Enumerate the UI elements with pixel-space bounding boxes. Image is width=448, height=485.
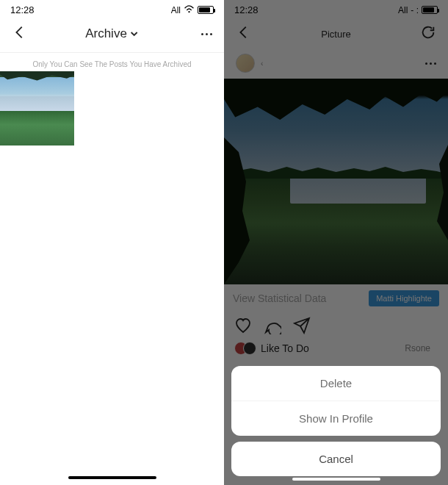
home-indicator[interactable] (292, 478, 380, 481)
action-sheet: Delete Show In Profile Cancel (231, 366, 441, 476)
chevron-down-icon (130, 29, 139, 38)
status-indicators: All (171, 5, 214, 15)
svg-point-0 (188, 11, 189, 12)
cancel-button[interactable]: Cancel (231, 442, 441, 476)
home-indicator[interactable] (68, 476, 156, 479)
wifi-icon (184, 5, 195, 15)
archive-screen: 12:28 All Archive Only You Can See The P… (0, 0, 224, 485)
show-in-profile-button[interactable]: Show In Profile (231, 400, 441, 436)
archived-post-thumbnail[interactable] (0, 71, 74, 146)
archive-title-dropdown[interactable]: Archive (85, 26, 139, 41)
post-detail-screen: 12:28 All - : Picture ‹ (224, 0, 448, 485)
archive-info-text: Only You Can See The Posts You Have Arch… (0, 53, 224, 71)
more-options-button[interactable] (201, 33, 212, 35)
status-time: 12:28 (10, 4, 35, 15)
status-bar: 12:28 All (0, 0, 224, 17)
archive-header: Archive (0, 17, 224, 53)
battery-icon (198, 6, 214, 14)
archive-title-text: Archive (85, 26, 127, 41)
archive-grid (0, 71, 224, 146)
delete-button[interactable]: Delete (231, 366, 441, 400)
carrier-label: All (171, 5, 181, 15)
back-button[interactable] (12, 24, 28, 43)
